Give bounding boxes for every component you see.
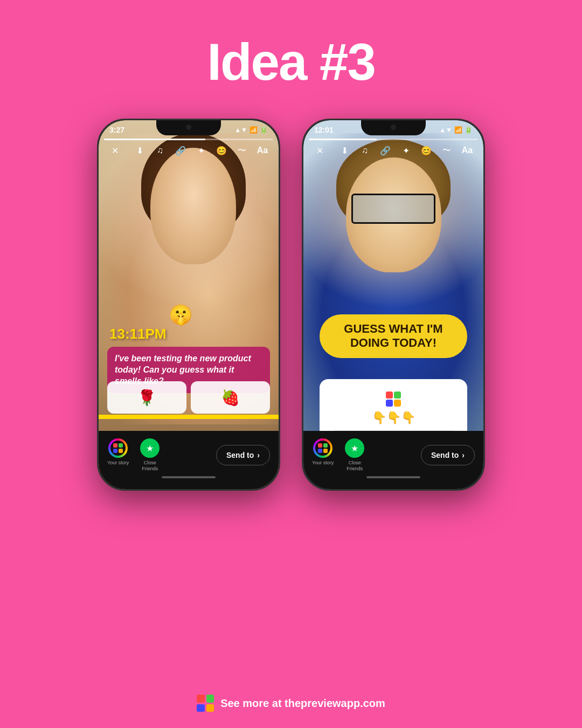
grid-icon-2 — [318, 443, 328, 453]
person2-glasses — [351, 194, 435, 224]
link-icon-2[interactable]: 🔗 — [378, 143, 393, 158]
close-friends-icon-2: ★ — [345, 438, 364, 458]
link-icon[interactable]: 🔗 — [173, 143, 188, 158]
yellow-bar — [99, 415, 279, 419]
grid-r-2 — [318, 443, 322, 448]
shush-emoji: 🤫 — [169, 304, 193, 326]
close-friends-label: Close Friends — [136, 460, 163, 472]
your-story-icon-inner-2 — [315, 441, 330, 456]
send-to-button[interactable]: Send to › — [216, 445, 270, 465]
close-friends-button[interactable]: ★ Close Friends — [136, 438, 163, 472]
quiz-option-rose[interactable]: 🌹 — [107, 381, 186, 414]
phone-1: 3:27 ▲▼ 📶 🔋 ✕ ⬇ ♫ — [97, 119, 280, 491]
toolbar-right-icons: ⬇ ♫ 🔗 ✦ 😊 〜 Aa — [132, 143, 270, 158]
squiggle-icon[interactable]: 〜 — [234, 143, 250, 158]
phone-1-camera — [186, 125, 191, 130]
music-icon[interactable]: ♫ — [153, 143, 168, 158]
guess-badge: GUESS WHAT I'M DOING TODAY! — [320, 314, 467, 358]
grid-g-2 — [323, 443, 328, 448]
sticker-icon[interactable]: 😊 — [214, 143, 229, 158]
phone-2-left-actions: Your story ★ Close Friends — [312, 438, 368, 472]
grid-icon — [113, 443, 123, 453]
your-story-label: Your story — [107, 460, 129, 466]
phone-2: 12:01 ▲▼ 📶 🔋 ✕ ⬇ ♫ — [302, 119, 485, 491]
phone-1-shell: 3:27 ▲▼ 📶 🔋 ✕ ⬇ ♫ — [97, 119, 280, 491]
grid-g — [119, 443, 123, 448]
phone-1-time: 3:27 — [109, 126, 124, 134]
phone-2-bottom: Your story ★ Close Friends Send to › — [303, 431, 483, 489]
quiz-options: 🌹 🍓 — [107, 381, 270, 414]
phone-1-progress — [104, 139, 273, 140]
text-icon-2[interactable]: Aa — [460, 143, 475, 158]
close-friends-label-2: Close Friends — [341, 460, 368, 472]
toolbar-right-icons-2: ⬇ ♫ 🔗 ✦ 😊 〜 Aa — [337, 143, 475, 158]
download-icon-2[interactable]: ⬇ — [337, 143, 352, 158]
phone-1-notch — [162, 120, 216, 133]
quiz-option-strawberry[interactable]: 🍓 — [191, 381, 270, 414]
your-story-icon — [108, 438, 128, 458]
text-icon[interactable]: Aa — [255, 143, 270, 158]
grid-b — [113, 449, 117, 453]
phone-1-status-icons: ▲▼ 📶 🔋 — [234, 126, 268, 134]
hash-g — [206, 695, 214, 703]
qa-points: 👇👇👇 — [327, 411, 460, 425]
close-icon[interactable]: ✕ — [107, 143, 122, 158]
grid-y-2 — [323, 449, 328, 453]
your-story-icon-2 — [313, 438, 332, 458]
send-to-button-2[interactable]: Send to › — [421, 445, 475, 465]
phone-2-shell: 12:01 ▲▼ 📶 🔋 ✕ ⬇ ♫ — [302, 119, 485, 491]
hash-y — [206, 704, 214, 712]
close-friends-button-2[interactable]: ★ Close Friends — [341, 438, 368, 472]
squiggle-icon-2[interactable]: 〜 — [439, 143, 454, 158]
phone-2-screen: 12:01 ▲▼ 📶 🔋 ✕ ⬇ ♫ — [303, 120, 483, 489]
phone-2-toolbar: ✕ ⬇ ♫ 🔗 ✦ 😊 〜 Aa — [312, 143, 475, 158]
page-footer: See more at thepreviewapp.com — [0, 695, 582, 712]
hash-r — [197, 695, 205, 703]
your-story-button-2[interactable]: Your story — [312, 438, 334, 466]
phone-2-time: 12:01 — [314, 126, 334, 134]
your-story-icon-inner — [110, 441, 126, 456]
phone-2-camera — [391, 125, 396, 130]
phone-2-home-indicator — [366, 476, 420, 478]
your-story-label-2: Your story — [312, 460, 334, 466]
footer-hash-icon — [197, 695, 214, 712]
close-icon-2[interactable]: ✕ — [312, 143, 327, 158]
grid-b-2 — [318, 449, 322, 453]
phone-1-actions: Your story ★ Close Friends Send to › — [107, 438, 270, 472]
sparkle-icon-2[interactable]: ✦ — [398, 143, 413, 158]
grid-y — [119, 449, 123, 453]
page-title: Idea #3 — [0, 0, 582, 92]
your-story-button[interactable]: Your story — [107, 438, 129, 466]
qa-logo — [327, 387, 460, 407]
guess-text: GUESS WHAT I'M DOING TODAY! — [330, 322, 456, 351]
phone-1-left-actions: Your story ★ Close Friends — [107, 438, 163, 472]
phone-1-screen: 3:27 ▲▼ 📶 🔋 ✕ ⬇ ♫ — [99, 120, 279, 489]
grid-r — [113, 443, 117, 448]
time-overlay: 13:11PM — [109, 325, 167, 342]
phone-2-notch — [366, 120, 420, 133]
person1-head — [150, 148, 236, 264]
phone-2-status-icons: ▲▼ 📶 🔋 — [439, 126, 473, 134]
phone-2-progress — [309, 139, 478, 140]
hash-b — [197, 704, 205, 712]
phone-1-progress-fill — [104, 139, 205, 140]
phone-2-progress-fill — [309, 139, 377, 140]
phone-1-home-indicator — [162, 476, 216, 478]
phone-1-toolbar: ✕ ⬇ ♫ 🔗 ✦ 😊 〜 Aa — [107, 143, 270, 158]
phone-2-actions: Your story ★ Close Friends Send to › — [312, 438, 475, 472]
sparkle-icon[interactable]: ✦ — [193, 143, 209, 158]
footer-text: See more at thepreviewapp.com — [220, 697, 385, 710]
phone-1-bottom: Your story ★ Close Friends Send to › — [99, 431, 279, 489]
phones-container: 3:27 ▲▼ 📶 🔋 ✕ ⬇ ♫ — [0, 119, 582, 491]
download-icon[interactable]: ⬇ — [132, 143, 147, 158]
sticker-icon-2[interactable]: 😊 — [419, 143, 434, 158]
music-icon-2[interactable]: ♫ — [357, 143, 372, 158]
close-friends-icon: ★ — [140, 438, 160, 458]
